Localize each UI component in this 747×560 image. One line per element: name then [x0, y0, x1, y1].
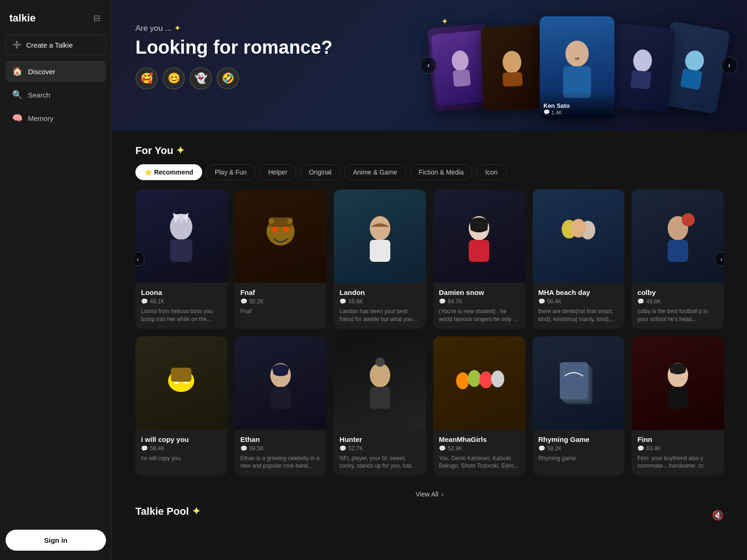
card-landon-name: Landon — [339, 288, 420, 296]
card-fnaf-desc: Fnaf — [240, 308, 321, 315]
hero-cards-container: 18 Ken Sato 💬1.4K — [435, 9, 719, 126]
emoji-1[interactable]: 🥰 — [135, 67, 158, 90]
card-mha-beach-name: MHA beach day — [538, 288, 619, 296]
carousel-next-button[interactable]: › — [721, 57, 738, 74]
search-icon: 🔍 — [12, 90, 22, 100]
svg-point-22 — [370, 216, 390, 240]
talkie-pool-title: Talkie Pool ✦ — [135, 505, 200, 518]
for-you-title: For You ✦ — [135, 145, 724, 157]
card-hunter-desc: NFL player, your bf, sweet, cocky, stand… — [339, 455, 420, 470]
card-mha-beach-count: 💬56.4K — [538, 298, 619, 305]
emoji-3[interactable]: 👻 — [190, 67, 212, 90]
card-mha-beach[interactable]: MHA beach day 💬56.4K there are denki(not… — [533, 189, 625, 329]
chevron-right-icon: › — [441, 490, 444, 498]
chat-icon: 💬 — [543, 109, 550, 115]
card-damien[interactable]: Damien snow 💬64.7K (You're is new studen… — [433, 189, 525, 329]
card-loona[interactable]: Loona 💬48.1K Loona from helluva boss you… — [135, 189, 227, 329]
sidebar-item-discover[interactable]: 🏠 Discover — [6, 61, 106, 82]
card-loona-name: Loona — [141, 288, 222, 296]
card-ethan[interactable]: Ethan 💬59.5K Ethan is a growing celebrit… — [235, 336, 327, 476]
sidebar-item-search[interactable]: 🔍 Search — [6, 84, 106, 105]
hero-card-4[interactable] — [608, 23, 676, 112]
sidebar-item-search-label: Search — [28, 91, 50, 99]
card-landon-body: Landon 💬55.8K Landon has been your best … — [334, 283, 426, 329]
filter-tabs: ⭐ Recommend Play & Fun Helper Original A… — [135, 164, 724, 180]
card-finn-name: Finn — [637, 435, 718, 443]
card-mha-beach-body: MHA beach day 💬56.4K there are denki(not… — [533, 283, 625, 329]
svg-rect-25 — [469, 240, 489, 262]
sign-in-button[interactable]: Sign in — [6, 530, 106, 551]
view-all-button[interactable]: View All › — [135, 483, 724, 505]
svg-point-18 — [283, 226, 289, 232]
card-mean-mha-desc: You, Denki Kaminari, Katsuki Bakugo, Sho… — [439, 455, 520, 470]
emoji-4[interactable]: 🤣 — [217, 67, 239, 90]
card-copy-you[interactable]: i will copy you 💬58.4K he will copy you — [135, 336, 227, 476]
svg-rect-51 — [668, 387, 688, 409]
card-damien-body: Damien snow 💬64.7K (You're is new studen… — [433, 283, 525, 329]
card-mha-beach-desc: there are denki(not that smart, kind), k… — [538, 308, 619, 323]
card-hunter[interactable]: Hunter 💬52.7K NFL player, your bf, sweet… — [334, 336, 426, 476]
card-landon[interactable]: Landon 💬55.8K Landon has been your best … — [334, 189, 426, 329]
card-mean-mha[interactable]: MeanMhaGirls 💬52.9K You, Denki Kaminari,… — [433, 336, 525, 476]
card-rhyming[interactable]: Rhyming Game 💬59.2K Rhyming game — [533, 336, 625, 476]
card-ethan-body: Ethan 💬59.5K Ethan is a growing celebrit… — [235, 430, 327, 476]
hero-card-center-count: 💬1.4K — [543, 109, 611, 115]
card-finn-desc: Finn: your boyfriend also y roommate... … — [637, 455, 718, 470]
card-loona-count: 💬48.1K — [141, 298, 222, 305]
card-copy-you-name: i will copy you — [141, 435, 222, 443]
card-fnaf[interactable]: Fnaf 💬50.2K Fnaf — [235, 189, 327, 329]
card-mean-mha-name: MeanMhaGirls — [439, 435, 520, 443]
hero-card-center[interactable]: 18 Ken Sato 💬1.4K — [540, 16, 614, 119]
filter-play-fun[interactable]: Play & Fun — [206, 164, 255, 180]
card-colby[interactable]: colby 💬49.8K colby is the best football … — [632, 189, 724, 329]
svg-point-0 — [451, 50, 470, 72]
card-mean-mha-body: MeanMhaGirls 💬52.9K You, Denki Kaminari,… — [433, 430, 525, 476]
svg-point-2 — [502, 50, 522, 73]
mute-button[interactable]: 🔇 — [712, 510, 724, 521]
carousel-prev-button[interactable]: ‹ — [420, 57, 437, 74]
svg-rect-49 — [560, 362, 588, 399]
sparkle-icon: ✦ — [174, 23, 181, 33]
card-copy-you-body: i will copy you 💬58.4K he will copy you — [135, 430, 227, 468]
card-rhyming-name: Rhyming Game — [538, 435, 619, 443]
svg-rect-37 — [171, 368, 191, 382]
svg-point-17 — [272, 226, 278, 232]
card-hunter-name: Hunter — [339, 435, 420, 443]
svg-point-31 — [682, 213, 695, 226]
filter-helper[interactable]: Helper — [259, 164, 296, 180]
cards-row-1: ‹ Loona 💬48.1K Loona from helluva boss y… — [135, 189, 724, 329]
card-finn[interactable]: Finn 💬63.4K Finn: your boyfriend also y … — [632, 336, 724, 476]
svg-rect-1 — [453, 69, 471, 87]
talkie-pool-sparkle: ✦ — [192, 505, 200, 518]
card-ethan-name: Ethan — [240, 435, 321, 443]
card-fnaf-count: 💬50.2K — [240, 298, 321, 305]
card-landon-desc: Landon has been your best friend for awh… — [339, 308, 420, 323]
card-finn-body: Finn 💬63.4K Finn: your boyfriend also y … — [632, 430, 724, 476]
hero-card-center-name: Ken Sato — [543, 102, 611, 109]
svg-point-21 — [287, 218, 293, 224]
sidebar-toggle-button[interactable]: ⊟ — [92, 11, 102, 25]
svg-point-28 — [571, 219, 586, 238]
svg-point-4 — [565, 41, 589, 67]
create-talkie-button[interactable]: ➕ Create a Talkie — [6, 35, 106, 55]
filter-anime-game[interactable]: Anime & Game — [344, 164, 406, 180]
filter-recommend[interactable]: ⭐ Recommend — [135, 164, 202, 180]
sidebar-logo-area: talkie ⊟ — [6, 9, 106, 33]
card-rhyming-count: 💬59.2K — [538, 445, 619, 452]
card-ethan-desc: Ethan is a growing celebrity in a new an… — [240, 455, 321, 470]
card-loona-desc: Loona from helluva boss you bump into he… — [141, 308, 222, 323]
hero-section: Are you ... ✦ Looking for romance? 🥰 😊 👻… — [112, 0, 747, 131]
card-copy-you-desc: he will copy you — [141, 455, 222, 462]
filter-icon[interactable]: Icon — [476, 164, 506, 180]
card-mean-mha-count: 💬52.9K — [439, 445, 520, 452]
for-you-section: For You ✦ ⭐ Recommend Play & Fun Helper … — [112, 131, 747, 546]
svg-rect-39 — [270, 387, 291, 409]
card-ethan-count: 💬59.5K — [240, 445, 321, 452]
filter-original[interactable]: Original — [300, 164, 340, 180]
hero-card-2[interactable] — [480, 25, 544, 111]
card-hunter-body: Hunter 💬52.7K NFL player, your bf, sweet… — [334, 430, 426, 476]
svg-rect-30 — [668, 240, 688, 262]
sidebar-item-memory[interactable]: 🧠 Memory — [6, 107, 106, 129]
filter-fiction-media[interactable]: Fiction & Media — [410, 164, 472, 180]
emoji-2[interactable]: 😊 — [162, 67, 185, 90]
